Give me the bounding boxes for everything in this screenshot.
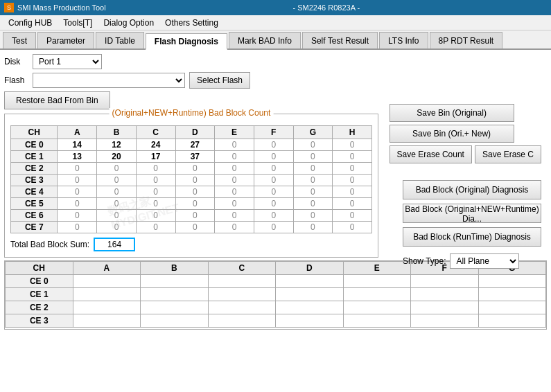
tab-mark-bad-info[interactable]: Mark BAD Info — [229, 32, 301, 48]
total-label: Total Bad Block Sum: — [10, 240, 89, 249]
bottom-cell-3-2 — [208, 314, 276, 328]
total-value-input[interactable] — [94, 238, 135, 251]
bottom-row-label-2: CE 2 — [6, 301, 73, 314]
row-label-0: CE 0 — [11, 139, 58, 151]
cell-5-1: 0 — [97, 198, 137, 210]
cell-3-0: 0 — [58, 175, 97, 186]
cell-5-2: 0 — [136, 198, 175, 210]
table-row: CE 500000000 — [11, 198, 372, 210]
row-label-5: CE 5 — [11, 198, 58, 210]
bottom-cell-0-5 — [411, 275, 479, 288]
cell-5-5: 0 — [254, 198, 293, 210]
app-icon: S — [4, 3, 14, 12]
cell-3-5: 0 — [254, 175, 293, 186]
disk-select[interactable]: Port 1 Port 2 Port 3 Port 4 — [33, 54, 102, 69]
col-header-a: A — [58, 126, 97, 139]
bottom-table-row: CE 3 — [6, 314, 546, 328]
diag-original-button[interactable]: Bad Block (Original) Diagnosis — [403, 180, 541, 199]
cell-1-7: 0 — [333, 151, 372, 163]
bottom-cell-3-0 — [73, 314, 141, 328]
cell-7-6: 0 — [293, 222, 333, 233]
bottom-cell-1-6 — [478, 288, 546, 301]
bottom-cell-0-2 — [208, 275, 276, 288]
diag-runtime-button[interactable]: Bad Block (RunTime) Diagnosis — [403, 227, 541, 247]
bottom-col-header-0: CH — [6, 262, 73, 275]
bottom-cell-3-1 — [141, 314, 209, 328]
total-row: Total Bad Block Sum: — [10, 238, 372, 251]
cell-0-7: 0 — [333, 139, 372, 151]
show-type-select[interactable]: All Plane Plane 0 Plane 1 — [450, 253, 519, 269]
table-row: CE 700000000 — [11, 222, 372, 233]
row-label-2: CE 2 — [11, 163, 58, 175]
content-area: (Original+NEW+Runtime) Bad Block Count C… — [4, 111, 547, 258]
bottom-cell-2-6 — [478, 301, 546, 314]
show-type-row: Show Type: All Plane Plane 0 Plane 1 — [403, 253, 541, 269]
diag-original-new-runtime-button[interactable]: Bad Block (Original+NEW+Runtime) Dia... — [403, 204, 541, 223]
tab-lts-info[interactable]: LTS Info — [379, 32, 428, 48]
tab-self-test-result[interactable]: Self Test Result — [302, 32, 378, 48]
tab-flash-diagnosis[interactable]: Flash Diagnosis — [146, 33, 227, 50]
cell-2-6: 0 — [293, 163, 333, 175]
flash-select[interactable] — [33, 73, 185, 88]
bottom-col-header-5: E — [343, 262, 411, 275]
bottom-col-header-4: D — [276, 262, 344, 275]
bottom-table-row: CE 0 — [6, 275, 546, 288]
bottom-cell-1-0 — [73, 288, 141, 301]
tab-parameter[interactable]: Parameter — [37, 32, 94, 48]
cell-7-2: 0 — [136, 222, 175, 233]
disk-row: Disk Port 1 Port 2 Port 3 Port 4 — [4, 54, 547, 69]
cell-3-3: 0 — [175, 175, 215, 186]
menu-config-hub[interactable]: Config HUB — [3, 17, 58, 29]
bottom-cell-3-4 — [343, 314, 411, 328]
cell-0-5: 0 — [254, 139, 293, 151]
menu-bar: Config HUB Tools[T] Dialog Option Others… — [0, 15, 551, 30]
cell-4-6: 0 — [293, 186, 333, 198]
tab-bar: Test Parameter ID Table Flash Diagnosis … — [0, 30, 551, 50]
cell-1-3: 37 — [175, 151, 215, 163]
menu-others-setting[interactable]: Others Setting — [159, 17, 224, 29]
cell-1-6: 0 — [293, 151, 333, 163]
cell-6-4: 0 — [215, 210, 254, 222]
tab-8p-rdt-result[interactable]: 8P RDT Result — [430, 32, 503, 48]
cell-2-3: 0 — [175, 163, 215, 175]
cell-1-0: 13 — [58, 151, 97, 163]
menu-tools[interactable]: Tools[T] — [58, 17, 98, 29]
cell-2-0: 0 — [58, 163, 97, 175]
cell-7-7: 0 — [333, 222, 372, 233]
row-label-6: CE 6 — [11, 210, 58, 222]
bottom-row-label-0: CE 0 — [6, 275, 73, 288]
cell-4-5: 0 — [254, 186, 293, 198]
bottom-cell-2-4 — [343, 301, 411, 314]
cell-1-5: 0 — [254, 151, 293, 163]
bad-block-table: CH A B C D E F G H — [10, 125, 372, 233]
col-header-d: D — [175, 126, 215, 139]
row-label-3: CE 3 — [11, 175, 58, 186]
restore-bad-from-button[interactable]: Restore Bad From Bin — [4, 91, 110, 109]
cell-3-4: 0 — [215, 175, 254, 186]
select-flash-button[interactable]: Select Flash — [189, 72, 250, 89]
bottom-cell-3-6 — [478, 314, 546, 328]
bottom-cell-2-0 — [73, 301, 141, 314]
cell-6-2: 0 — [136, 210, 175, 222]
cell-5-4: 0 — [215, 198, 254, 210]
disk-label: Disk — [4, 57, 28, 66]
table-row: CE 200000000 — [11, 163, 372, 175]
bottom-col-header-2: B — [141, 262, 209, 275]
tab-id-table[interactable]: ID Table — [96, 32, 144, 48]
cell-2-4: 0 — [215, 163, 254, 175]
cell-1-2: 17 — [136, 151, 175, 163]
col-header-b: B — [97, 126, 137, 139]
bottom-table-row: CE 2 — [6, 301, 546, 314]
cell-5-0: 0 — [58, 198, 97, 210]
tab-test[interactable]: Test — [3, 32, 36, 48]
table-row: CE 0141224270000 — [11, 139, 372, 151]
col-header-f: F — [254, 126, 293, 139]
menu-dialog-option[interactable]: Dialog Option — [98, 17, 159, 29]
cell-7-0: 0 — [58, 222, 97, 233]
bottom-cell-0-4 — [343, 275, 411, 288]
cell-0-6: 0 — [293, 139, 333, 151]
row-label-7: CE 7 — [11, 222, 58, 233]
bottom-table-row: CE 1 — [6, 288, 546, 301]
cell-6-7: 0 — [333, 210, 372, 222]
bottom-row-label-1: CE 1 — [6, 288, 73, 301]
